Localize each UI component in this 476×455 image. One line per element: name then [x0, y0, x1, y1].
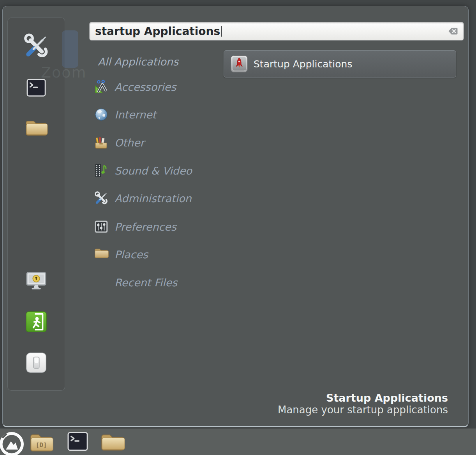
category-recent-files[interactable]: Recent Files: [94, 274, 177, 291]
other-icon: [94, 135, 109, 150]
category-administration[interactable]: Administration: [94, 190, 192, 206]
sidebar-terminal-button[interactable]: [26, 79, 46, 97]
info-title: Startup Applications: [278, 392, 448, 404]
shutdown-button[interactable]: [26, 352, 47, 373]
desktop: Zoom: [0, 0, 476, 455]
menu-sidebar: [7, 18, 65, 391]
preferences-icon: [94, 219, 109, 234]
places-icon: [94, 247, 109, 262]
folder-icon: [100, 431, 125, 453]
mint-menu: Zoom: [2, 6, 469, 427]
administration-icon: [94, 191, 109, 206]
search-input[interactable]: startup Applications: [95, 25, 220, 38]
bottom-panel: [D]: [0, 429, 476, 455]
logout-icon: [25, 311, 47, 333]
category-internet[interactable]: Internet: [94, 106, 156, 123]
category-preferences[interactable]: Preferences: [94, 219, 176, 235]
clear-search-button[interactable]: [448, 27, 458, 35]
clear-search-icon: [448, 27, 458, 35]
search-box[interactable]: startup Applications: [89, 22, 464, 41]
sidebar-files-button[interactable]: [25, 118, 48, 137]
text-caret: [221, 26, 222, 37]
tools-icon: [23, 33, 50, 60]
internet-icon: [94, 107, 109, 122]
sidebar-tools-button[interactable]: [23, 33, 50, 60]
mint-menu-icon: [0, 431, 25, 455]
search-result-startup-applications[interactable]: Startup Applications: [224, 50, 456, 78]
info-description: Manage your startup applications: [278, 404, 448, 416]
files-launcher[interactable]: [100, 431, 125, 453]
category-all-applications[interactable]: All Applications: [98, 53, 178, 70]
accessories-icon: [94, 79, 109, 94]
startup-applications-icon: [230, 55, 248, 73]
logout-button[interactable]: [25, 311, 47, 333]
selected-item-info: Startup Applications Manage your startup…: [278, 392, 448, 416]
category-accessories[interactable]: Accessories: [94, 79, 176, 95]
svg-text:[D]: [D]: [36, 441, 47, 449]
mint-menu-button[interactable]: [0, 431, 25, 455]
terminal-icon: [26, 79, 46, 97]
desktop-folder-launcher[interactable]: [D]: [29, 431, 53, 454]
terminal-launcher[interactable]: [67, 430, 88, 453]
category-other[interactable]: Other: [94, 134, 145, 151]
lock-screen-icon: [25, 271, 47, 291]
folder-icon: [25, 118, 48, 137]
shutdown-icon: [26, 352, 47, 373]
category-places[interactable]: Places: [94, 246, 148, 263]
lock-screen-button[interactable]: [25, 271, 47, 291]
terminal-icon: [67, 430, 88, 453]
category-sound-video[interactable]: Sound & Video: [94, 162, 192, 179]
sound-video-icon: [94, 163, 109, 178]
desktop-folder-icon: [D]: [29, 431, 53, 454]
